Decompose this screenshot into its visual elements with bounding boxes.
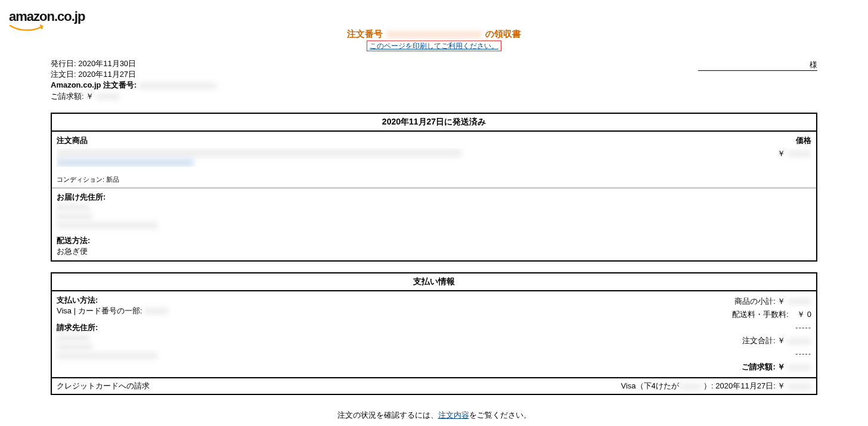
order-number-label: Amazon.co.jp 注文番号: <box>51 80 137 89</box>
condition-row: コンディション: 新品 <box>57 175 811 184</box>
receipt-title: 注文番号 の領収書 <box>6 29 862 40</box>
issue-date-label: 発行日: <box>51 59 76 68</box>
billto-line3-redacted <box>57 352 158 359</box>
shipment-header: 2020年11月27日に発送済み <box>52 114 816 132</box>
order-status-before: 注文の状況を確認するには、 <box>337 411 438 419</box>
billed-amount-redacted <box>96 93 120 100</box>
billed-amount-row: ご請求額: ￥ <box>51 91 817 102</box>
order-number-row: Amazon.co.jp 注文番号: <box>51 80 817 91</box>
card-last4-redacted <box>144 307 168 315</box>
subtotal-currency: ￥ <box>777 297 785 306</box>
amazon-swoosh-icon <box>9 24 45 30</box>
cc-charge-mid: ）: 2020年11月27日: <box>703 381 776 390</box>
grandtotal-value-redacted <box>788 364 811 371</box>
payment-box: 支払い情報 支払い方法: Visa | カード番号の一部: 請求先住所: 商品の… <box>51 272 817 396</box>
ship-method-label: 配送方法: <box>57 235 811 246</box>
cc-charge-amount-redacted <box>788 383 811 390</box>
cc-charge-prefix: Visa（下4けたが <box>621 381 679 390</box>
divider-dashes-2: ----- <box>732 347 811 360</box>
payment-method-value: Visa | カード番号の一部: <box>57 306 142 315</box>
item-line-1-redacted <box>57 149 462 157</box>
shipping-label: 配送料・手数料: <box>732 310 789 319</box>
payment-header: 支払い情報 <box>52 273 816 291</box>
cc-charge-currency: ￥ <box>777 381 785 390</box>
ship-method-value: お急ぎ便 <box>57 246 811 257</box>
billto-label: 請求先住所: <box>57 322 434 333</box>
items-section: 注文商品 価格 ￥ コンディション: 新品 <box>52 132 816 188</box>
cc-charge-label: クレジットカードへの請求 <box>57 381 150 391</box>
ordertotal-label: 注文合計: <box>742 336 776 345</box>
title-prefix: 注文番号 <box>347 29 383 39</box>
cc-last4-redacted <box>681 383 701 390</box>
issue-date-value: 2020年11月30日 <box>78 59 136 68</box>
print-page-link[interactable]: このページを印刷してご利用ください。 <box>367 41 501 51</box>
billto-line1-redacted <box>57 334 89 341</box>
ordertotal-value-redacted <box>788 338 811 345</box>
title-suffix: の領収書 <box>485 29 521 39</box>
amazon-logo: amazon.co.jp <box>9 9 862 30</box>
grandtotal-currency: ￥ <box>777 362 785 371</box>
honorific-sama: 様 <box>810 60 817 69</box>
billed-currency: ￥ <box>86 92 94 101</box>
item-price-redacted <box>788 150 811 157</box>
order-number-redacted <box>386 30 482 39</box>
shipto-label: お届け先住所: <box>57 192 811 203</box>
shipping-value: ￥ 0 <box>797 310 811 319</box>
order-details-link[interactable]: 注文内容 <box>438 411 469 419</box>
condition-value: 新品 <box>106 176 119 183</box>
amazon-logo-text: amazon.co.jp <box>9 9 85 24</box>
grandtotal-label: ご請求額: <box>742 362 775 371</box>
payment-method-label: 支払い方法: <box>57 295 434 306</box>
subtotal-label: 商品の小計: <box>734 297 776 306</box>
ordertotal-currency: ￥ <box>777 336 785 345</box>
item-price-currency: ￥ <box>777 149 785 158</box>
order-date-label: 注文日: <box>51 70 76 79</box>
billto-line2-redacted <box>57 343 92 350</box>
shipto-line1-redacted <box>57 204 89 211</box>
shipto-line2-redacted <box>57 213 92 220</box>
item-line-2-redacted <box>57 158 194 167</box>
divider-dashes-1: ----- <box>732 321 811 334</box>
shipto-line3-redacted <box>57 222 158 229</box>
order-status-after: をご覧ください。 <box>469 411 531 419</box>
order-date-value: 2020年11月27日 <box>78 70 136 79</box>
billed-label: ご請求額: <box>51 92 84 101</box>
shipto-section: お届け先住所: 配送方法: お急ぎ便 <box>52 188 816 260</box>
items-label: 注文商品 <box>57 135 88 146</box>
condition-label: コンディション: <box>57 176 104 183</box>
subtotal-value-redacted <box>788 298 811 305</box>
order-number-value-redacted <box>139 82 216 89</box>
price-label: 価格 <box>796 135 811 146</box>
recipient-name-line: 様 <box>698 60 817 71</box>
shipment-box: 2020年11月27日に発送済み 注文商品 価格 ￥ コンディション: 新品 <box>51 113 817 262</box>
order-status-footer: 注文の状況を確認するには、注文内容をご覧ください。 <box>51 410 817 421</box>
